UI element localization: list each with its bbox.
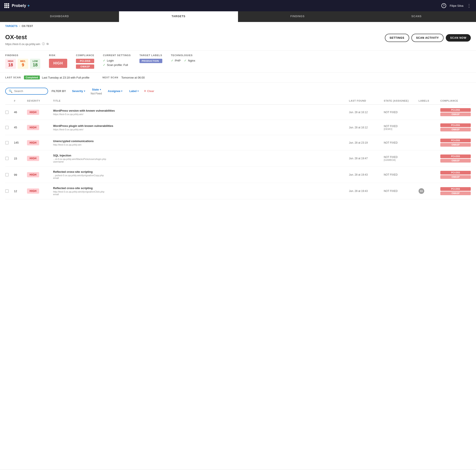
row-checkbox[interactable]	[5, 173, 9, 176]
help-circle-icon[interactable]: ⓘ	[42, 42, 45, 46]
chevron-down-icon: ▾	[137, 90, 138, 92]
tab-navigation: DASHBOARD TARGETS FINDINGS SCANS	[0, 11, 476, 22]
tab-dashboard[interactable]: DASHBOARD	[0, 11, 119, 22]
state-info: NOT FIXED [GAMBOA]	[384, 156, 419, 161]
compliance-cell: PCI-DSS OWASP	[440, 108, 471, 116]
compliance-cell: PCI-DSS OWASP	[440, 139, 471, 147]
tab-targets[interactable]: TARGETS	[119, 11, 238, 22]
risk-label: RISK	[49, 54, 67, 57]
chevron-down-icon: ▾	[121, 90, 122, 92]
compliance-cell: PCI-DSS OWASP	[440, 171, 471, 179]
chevron-down-icon: ▾	[100, 88, 101, 91]
state-filter-value: Not Fixed	[91, 92, 103, 95]
severity-filter[interactable]: Severity ▾	[70, 88, 87, 94]
finding-info[interactable]: Reflected cross-site scripting ...ps/tes…	[53, 170, 349, 179]
stats-section: FINDINGS HIGH 18 MED. 9 LOW 18 RISK HIGH	[0, 50, 476, 72]
last-found: Jun. 28 at 23:19	[349, 141, 384, 144]
main-content: TARGETS > OX-TEST OX-test https://test-0…	[0, 22, 476, 469]
findings-stats: FINDINGS HIGH 18 MED. 9 LOW 18	[5, 54, 40, 69]
state-info: NOT FIXED	[384, 173, 419, 176]
last-found: Jun. 28 at 19:43	[349, 173, 384, 176]
findings-table: # SEVERITY TITLE LAST FOUND STATE [ASSIG…	[0, 97, 476, 199]
last-scan-text: Last Tuesday at 23:18 with Full profile	[42, 76, 89, 79]
help-icon[interactable]: ?	[442, 3, 446, 8]
row-num: 15	[14, 157, 27, 160]
x-icon: ✕	[144, 89, 146, 93]
user-area: ? Filipe Silva ⋮	[442, 3, 472, 8]
completed-badge: Completed	[24, 75, 40, 79]
finding-info[interactable]: WordPress version with known vulnerabili…	[53, 109, 349, 116]
next-scan-label: NEXT SCAN	[102, 76, 118, 79]
compliance-label: COMPLIANCE	[76, 54, 94, 57]
header-last-found: LAST FOUND	[349, 99, 384, 102]
state-info: NOT FIXED	[384, 190, 419, 192]
breadcrumb-separator: >	[19, 25, 20, 28]
row-num: 46	[14, 110, 27, 114]
label-avatar: SS	[419, 188, 424, 194]
row-num: 12	[14, 190, 27, 193]
current-settings-label: CURRENT SETTINGS	[103, 54, 131, 57]
row-num: 99	[14, 173, 27, 176]
clear-filter-button[interactable]: ✕ Clear	[144, 89, 154, 93]
med-count-box: MED. 9	[18, 59, 28, 69]
last-found: Jun. 28 at 19:47	[349, 157, 384, 160]
settings-button[interactable]: SETTINGS	[385, 34, 409, 42]
row-checkbox[interactable]	[5, 157, 9, 160]
target-label-badge: PRODUCTION	[139, 59, 162, 63]
finding-info[interactable]: Reflected cross-site scripting http://te…	[53, 187, 349, 196]
scan-now-button[interactable]: SCAN NOW	[446, 34, 471, 42]
table-row: 145 HIGH Unencrypted communications http…	[5, 135, 471, 150]
table-row: 45 HIGH WordPress plugin with known vuln…	[5, 120, 471, 135]
page-title: OX-test	[5, 34, 49, 41]
copy-icon[interactable]: ⧉	[47, 42, 49, 46]
row-num: 45	[14, 126, 27, 129]
compliance-tag-owasp: OWASP	[76, 64, 94, 69]
findings-label: FINDINGS	[5, 54, 40, 57]
grid-icon	[4, 3, 9, 8]
row-checkbox[interactable]	[5, 189, 9, 193]
severity-badge: HIGH	[27, 110, 53, 115]
state-filter[interactable]: State ▾	[90, 87, 103, 92]
row-checkbox[interactable]	[5, 141, 9, 144]
state-filter-group: State ▾ Not Fixed	[90, 87, 103, 95]
technologies: TECHNOLOGIES ✓ PHP ✓ Nginx	[171, 54, 195, 62]
risk-stats: RISK HIGH	[49, 54, 67, 68]
header-title: TITLE	[53, 99, 349, 102]
finding-info[interactable]: SQL Injection ...st-0.ox.qa.prbly.win/Wa…	[53, 154, 349, 163]
target-labels-label: TARGET LABELS	[139, 54, 162, 57]
search-input[interactable]	[14, 89, 45, 93]
last-found: Jun. 28 at 16:12	[349, 111, 384, 114]
breadcrumb: TARGETS > OX-TEST	[0, 22, 476, 30]
assignee-filter[interactable]: Assignee ▾	[106, 88, 124, 94]
tab-findings[interactable]: FINDINGS	[238, 11, 357, 22]
settings-list: ✓ Login ✓ Scan profile: Full	[103, 59, 131, 67]
technologies-label: TECHNOLOGIES	[171, 54, 195, 57]
tab-scans[interactable]: SCANS	[357, 11, 476, 22]
severity-badge: HIGH	[27, 125, 53, 130]
filter-area: 🔍 FILTER BY Severity ▾ State ▾ Not Fixed…	[0, 83, 476, 97]
compliance-tags: PCI-DSS OWASP	[76, 59, 94, 69]
breadcrumb-targets[interactable]: TARGETS	[5, 25, 17, 28]
next-scan-text: Tomorrow at 06:00	[121, 76, 145, 79]
tech-nginx: ✓ Nginx	[184, 59, 195, 62]
tech-php: ✓ PHP	[171, 59, 181, 62]
severity-badge: HIGH	[27, 140, 53, 145]
scan-activity-button[interactable]: SCAN ACTIVITY	[411, 34, 444, 42]
settings-item-login: ✓ Login	[103, 59, 131, 62]
label-filter[interactable]: Label ▾	[127, 88, 140, 94]
menu-dots-icon[interactable]: ⋮	[467, 3, 472, 8]
row-checkbox[interactable]	[5, 126, 9, 129]
last-scan-info: LAST SCAN Completed Last Tuesday at 23:1…	[5, 75, 89, 79]
row-checkbox[interactable]	[5, 110, 9, 114]
check-icon: ✓	[171, 59, 174, 62]
page-header: OX-test https://test-0.ox.qa.prbly.win ⓘ…	[0, 30, 476, 50]
search-box[interactable]: 🔍	[5, 88, 48, 95]
top-navigation: Probely+ ? Filipe Silva ⋮	[0, 0, 476, 11]
settings-item-profile: ✓ Scan profile: Full	[103, 63, 131, 67]
finding-info[interactable]: WordPress plugin with known vulnerabilit…	[53, 124, 349, 131]
last-found: Jun. 28 at 16:12	[349, 126, 384, 129]
user-name: Filipe Silva	[450, 4, 463, 7]
low-count-box: LOW 18	[30, 59, 40, 69]
finding-info[interactable]: Unencrypted communications http://test-0…	[53, 139, 349, 146]
header-state: STATE [ASSIGNEE]	[384, 99, 419, 102]
